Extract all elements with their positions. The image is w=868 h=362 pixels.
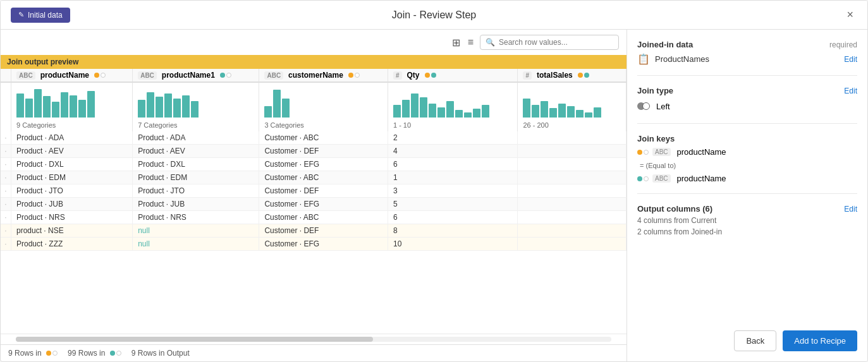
join-type-header: Join type Edit (637, 86, 857, 95)
mini-bars-2 (138, 86, 254, 118)
bar (585, 112, 592, 118)
modal-title: Join - Review Step (392, 9, 476, 21)
bar (191, 101, 199, 118)
cell-sales (518, 184, 627, 198)
dot-white-3 (355, 73, 360, 78)
key-dot-teal (637, 176, 642, 181)
close-button[interactable]: × (843, 7, 857, 23)
col-header-qty: # Qty (388, 69, 518, 82)
dot-footer-orange (46, 351, 51, 356)
preview-area: Join output preview ABC pr (1, 55, 627, 334)
key2-name: productName (677, 174, 726, 183)
cell-sales (518, 171, 627, 184)
bar (558, 104, 566, 118)
search-input-wrap: 🔍 (480, 35, 619, 50)
bar (549, 108, 557, 118)
range-1: 9 Categories (11, 120, 133, 131)
cell-qty: 2 (388, 131, 518, 145)
cell-qty: 6 (388, 158, 518, 171)
edit-output-link[interactable]: Edit (844, 205, 857, 214)
cell-col1: Product · JTO (11, 184, 133, 198)
join-type-value: Left (656, 102, 670, 111)
search-input[interactable] (499, 38, 613, 47)
output-cols-header: Output columns (6) Edit (637, 204, 857, 214)
bar (78, 100, 86, 118)
bar (402, 100, 410, 118)
mini-bars-1 (16, 86, 127, 118)
table-row: · Product · EDM Product · EDM Customer ·… (1, 171, 627, 184)
chart-cell-5 (518, 82, 627, 120)
horizontal-scrollbar[interactable] (16, 337, 611, 342)
table-row: · Product · NRS Product · NRS Customer ·… (1, 211, 627, 224)
bar (567, 106, 575, 118)
cell-col1: Product · AEV (11, 145, 133, 158)
divider-3 (637, 193, 857, 194)
cell-col3: Customer · ABC (259, 211, 388, 224)
bar (52, 102, 59, 118)
dataset-name: ProductNames (655, 54, 709, 64)
cell-sales (518, 158, 627, 171)
search-bar-row: ⊞ ≡ 🔍 (1, 30, 627, 55)
bar (446, 101, 454, 118)
row-dot: · (1, 158, 11, 171)
key-dots-1 (637, 150, 649, 155)
join-circle-right (642, 102, 650, 110)
chart-cell-2 (133, 82, 259, 120)
cell-col3: Customer · EFG (259, 238, 388, 251)
cell-qty: 1 (388, 171, 518, 184)
add-to-recipe-button[interactable]: Add to Recipe (783, 330, 857, 351)
mini-bars-4 (393, 86, 513, 118)
table-row: · Product · JUB Product · JUB Customer ·… (1, 198, 627, 211)
bar (429, 104, 436, 118)
bar (473, 109, 480, 118)
divider-2 (637, 123, 857, 124)
cell-col2: Product · ADA (133, 131, 259, 145)
key-type-badge-1: ABC (652, 148, 671, 156)
mini-bars-5 (523, 86, 621, 118)
rows-output: 9 Rows in Output (131, 349, 190, 358)
bar (273, 90, 281, 118)
join-type-icon (637, 99, 651, 113)
type-badge-abc3: ABC (264, 71, 283, 80)
cell-sales (518, 224, 627, 238)
bar (87, 91, 95, 118)
bar (455, 110, 463, 118)
initial-data-button[interactable]: ✎ Initial data (11, 8, 70, 23)
row-dot: · (1, 145, 11, 158)
cell-col2-null: null (133, 224, 259, 238)
type-badge-hash2: # (523, 71, 532, 80)
joined-in-title: Joined-in data (637, 40, 693, 49)
dot-teal-4 (431, 73, 436, 78)
back-button[interactable]: Back (734, 330, 776, 351)
bar (411, 94, 419, 118)
table-wrapper[interactable]: ABC productName (1, 69, 627, 334)
table-row: · Product · DXL Product · DXL Customer ·… (1, 158, 627, 171)
cell-qty: 4 (388, 145, 518, 158)
bar (523, 99, 530, 118)
cell-qty: 3 (388, 184, 518, 198)
list-view-button[interactable]: ≡ (467, 35, 475, 50)
output-sub-1: 4 columns from Current (637, 216, 857, 225)
table-row: · Product · ADA Product · ADA Customer ·… (1, 131, 627, 145)
grid-view-button[interactable]: ⊞ (451, 35, 462, 50)
key1-name: productName (677, 147, 726, 157)
cell-col1: Product · ZZZ (11, 238, 133, 251)
bar (138, 100, 145, 118)
join-key-row-2: ABC productName (637, 174, 857, 183)
type-badge-hash1: # (393, 71, 402, 80)
dot-orange-5 (578, 73, 583, 78)
range-2: 7 Categories (133, 120, 259, 131)
divider-1 (637, 75, 857, 76)
initial-data-label: Initial data (28, 11, 63, 20)
preview-table: ABC productName (1, 69, 627, 251)
dot-footer-teal (110, 351, 115, 356)
table-row: · Product · ZZZ null Customer · EFG 10 (1, 238, 627, 251)
col-name-1: productName (40, 71, 89, 80)
edit-join-type-link[interactable]: Edit (844, 87, 857, 95)
edit-joined-link[interactable]: Edit (844, 55, 857, 64)
cell-col3: Customer · EFG (259, 158, 388, 171)
output-cols-section: Output columns (6) Edit 4 columns from C… (637, 204, 857, 236)
join-type-section: Join type Edit Left (637, 86, 857, 113)
bar (156, 97, 163, 118)
dot-white-2 (226, 73, 231, 78)
